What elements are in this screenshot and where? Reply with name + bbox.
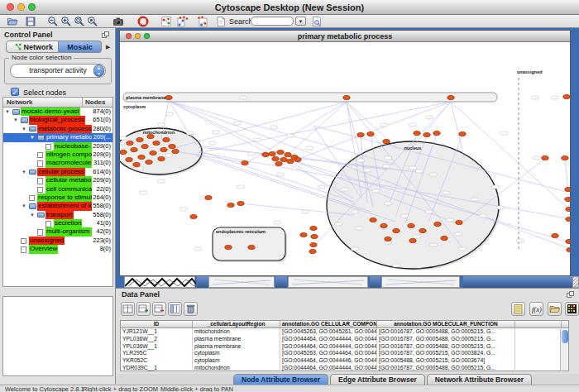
scrollbar-thumb[interactable]	[562, 330, 568, 343]
tab-edge-attribute-browser[interactable]: Edge Attribute Browser	[330, 374, 425, 385]
network-canvas[interactable]: plasma membranecytoplasmmitochondrionnuc…	[120, 42, 570, 276]
vizmapper-icon[interactable]	[197, 16, 208, 27]
tree-row-metabolic-process[interactable]: ▼metabolic process280(0)	[3, 125, 112, 133]
notepad-icon[interactable]	[511, 302, 525, 316]
network-node[interactable]	[287, 159, 294, 163]
open-icon[interactable]	[7, 16, 18, 27]
tab-network-attribute-browser[interactable]: Network Attribute Browser	[427, 374, 532, 385]
network-node[interactable]	[225, 245, 232, 249]
network-node[interactable]	[456, 220, 462, 224]
network-node[interactable]	[459, 131, 466, 136]
trash-icon[interactable]	[184, 302, 198, 316]
disclosure-triangle-icon[interactable]: ▼	[22, 125, 26, 133]
column-header[interactable]: ID	[121, 321, 193, 327]
zoom-fit-icon[interactable]	[74, 16, 85, 27]
network-node[interactable]	[146, 160, 152, 164]
network-node[interactable]	[280, 157, 287, 161]
node-color-dropdown[interactable]: transporter activity	[10, 64, 106, 78]
background-window-fragment[interactable]	[197, 276, 208, 288]
zoom-out-icon[interactable]	[47, 16, 59, 27]
background-window-fragment[interactable]	[381, 276, 460, 288]
tree-row-mosaic-demo-yeast[interactable]: ▼mosaic-demo-yeast874(0)	[3, 108, 112, 116]
save-icon[interactable]	[25, 16, 36, 27]
select-nodes-checkbox[interactable]: ✓	[11, 88, 19, 96]
table-row[interactable]: YDR039C__1mitochondrion[GO:0044464, GO:0…	[121, 365, 568, 372]
tree-row-cellular-metabo[interactable]: cellular metabo209(0)	[3, 176, 112, 184]
network-node[interactable]	[127, 141, 133, 145]
tree-row-cell-communicat[interactable]: cell communicat22(0)	[3, 185, 112, 194]
network-node[interactable]	[277, 150, 284, 154]
network-node[interactable]	[433, 131, 440, 135]
tree-row-response-to-stimulu[interactable]: response to stimulu264(0)	[3, 194, 112, 202]
network-node[interactable]	[565, 197, 570, 201]
network-node[interactable]	[563, 94, 570, 98]
heatmap-icon[interactable]	[565, 302, 579, 316]
float-panel-icon[interactable]	[102, 31, 109, 38]
network-node[interactable]	[262, 152, 269, 156]
annotation-icon[interactable]	[215, 16, 227, 27]
tree-row-nucleobase-[interactable]: nucleobase-209(0)	[3, 142, 112, 151]
network-node[interactable]	[542, 155, 548, 160]
network-node[interactable]	[275, 161, 282, 165]
network-node[interactable]	[385, 237, 391, 241]
network-node[interactable]	[147, 134, 154, 138]
tab-mosaic[interactable]: Mosaic	[59, 41, 102, 53]
network-node[interactable]	[120, 150, 127, 154]
tree-row-primary-metabo[interactable]: ▼primary metabo209(...	[3, 133, 112, 141]
network-node[interactable]	[248, 245, 255, 249]
disclosure-triangle-icon[interactable]: ▼	[30, 211, 35, 219]
background-window-fragment[interactable]	[208, 276, 275, 288]
disclosure-triangle-icon[interactable]: ▼	[5, 108, 10, 116]
select-attributes-icon[interactable]	[121, 302, 135, 316]
background-window-fragment[interactable]	[124, 276, 195, 288]
network-node[interactable]	[343, 95, 350, 99]
network-node[interactable]	[566, 217, 570, 221]
tree-row-secretion[interactable]: secretion41(0)	[3, 219, 112, 227]
zoom-in-icon[interactable]	[60, 16, 72, 27]
network-node[interactable]	[367, 131, 374, 136]
network-node[interactable]	[285, 152, 291, 156]
tree-row-biological-process[interactable]: ▼biological_process651(0)	[3, 116, 112, 124]
network-node[interactable]	[434, 222, 441, 226]
more-tabs-arrow-icon[interactable]: ▶	[106, 44, 110, 50]
network-node[interactable]	[441, 236, 447, 240]
background-window-fragment[interactable]	[572, 276, 579, 288]
tree-row-multi-organism-pro[interactable]: multi-organism pro42(0)	[3, 227, 112, 236]
network-node[interactable]	[153, 141, 160, 145]
select-columns-icon[interactable]	[168, 302, 182, 316]
help-icon[interactable]	[137, 16, 149, 27]
network-node[interactable]	[393, 228, 400, 232]
column-header[interactable]: annotation.GO CELLULAR_COMPONENT	[280, 321, 377, 327]
birds-eye-view[interactable]	[2, 296, 113, 376]
search-options-arrow-icon[interactable]: ▼	[295, 17, 306, 26]
import-icon[interactable]	[548, 302, 562, 316]
network-node[interactable]	[205, 195, 212, 199]
network-node[interactable]	[566, 239, 570, 243]
search-input[interactable]	[251, 17, 294, 26]
delete-attribute-icon[interactable]	[152, 302, 166, 316]
zoom-selected-icon[interactable]	[87, 16, 98, 27]
tree-column-nodes[interactable]: Nodes	[85, 98, 105, 106]
disclosure-triangle-icon[interactable]: ▼	[22, 202, 26, 210]
network-node[interactable]	[562, 155, 568, 160]
tree-row-nitrogen-compo[interactable]: nitrogen compo209(0)	[3, 151, 112, 159]
network-node[interactable]	[566, 207, 570, 211]
disclosure-triangle-icon[interactable]: ▼	[22, 168, 26, 176]
network-node[interactable]	[311, 234, 318, 238]
network-window-title-bar[interactable]: primary metabolic process	[120, 31, 570, 42]
network-node[interactable]	[357, 132, 364, 136]
tab-network[interactable]: Network	[6, 41, 59, 53]
table-scrollbar[interactable]	[560, 329, 568, 370]
table-row[interactable]: YPL036W__1plasma membrane[GO:0044464, GO…	[121, 343, 568, 351]
column-header[interactable]: _cellularLayoutRegion	[193, 321, 280, 327]
background-window-fragment[interactable]	[370, 276, 380, 288]
network-node[interactable]	[172, 149, 179, 153]
network-node[interactable]	[447, 95, 454, 99]
network-node[interactable]	[190, 214, 197, 218]
network-node[interactable]	[300, 232, 307, 237]
network-node[interactable]	[565, 187, 570, 191]
layout-icon[interactable]	[177, 16, 189, 27]
tree-row-establishment-of-lo[interactable]: ▼establishment of lo558(0)	[3, 202, 112, 210]
tree-row-overview[interactable]: Overview8(0)	[3, 245, 112, 253]
column-header[interactable]: annotation.GO MOLECULAR_FUNCTION	[377, 321, 515, 327]
